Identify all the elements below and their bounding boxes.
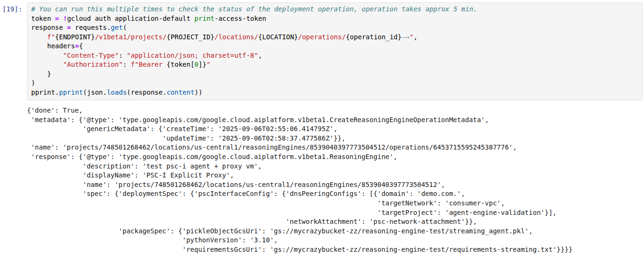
code-editor[interactable]: # You can run this multiple times to che… bbox=[31, 5, 640, 97]
code-line: token = !gcloud auth application-default… bbox=[31, 15, 266, 22]
code-line: "Content-Type": "application/json; chars… bbox=[31, 52, 262, 59]
code-line: # You can run this multiple times to che… bbox=[31, 5, 477, 13]
code-line: response = requests.get( bbox=[31, 24, 127, 31]
code-line: "Authorization": f"Bearer {token[0]}" bbox=[31, 61, 210, 68]
code-line: ) bbox=[31, 79, 35, 87]
code-cell-input[interactable]: # You can run this multiple times to che… bbox=[27, 2, 643, 100]
output-prompt-spacer bbox=[0, 105, 27, 107]
code-line: } bbox=[31, 70, 51, 78]
notebook-page: [19]: # You can run this multiple times … bbox=[0, 0, 644, 255]
output-text: {'done': True, 'metadata': {'@type': 'ty… bbox=[27, 105, 643, 255]
execution-count-prompt: [19]: bbox=[0, 2, 27, 14]
code-line: pprint.pprint(json.loads(response.conten… bbox=[31, 89, 203, 96]
code-line: f"{ENDPOINT}/v1beta1/projects/{PROJECT_I… bbox=[31, 33, 418, 41]
cell-output: {'done': True, 'metadata': {'@type': 'ty… bbox=[0, 105, 643, 255]
code-cell: [19]: # You can run this multiple times … bbox=[0, 2, 643, 100]
code-line: headers={ bbox=[31, 42, 83, 50]
